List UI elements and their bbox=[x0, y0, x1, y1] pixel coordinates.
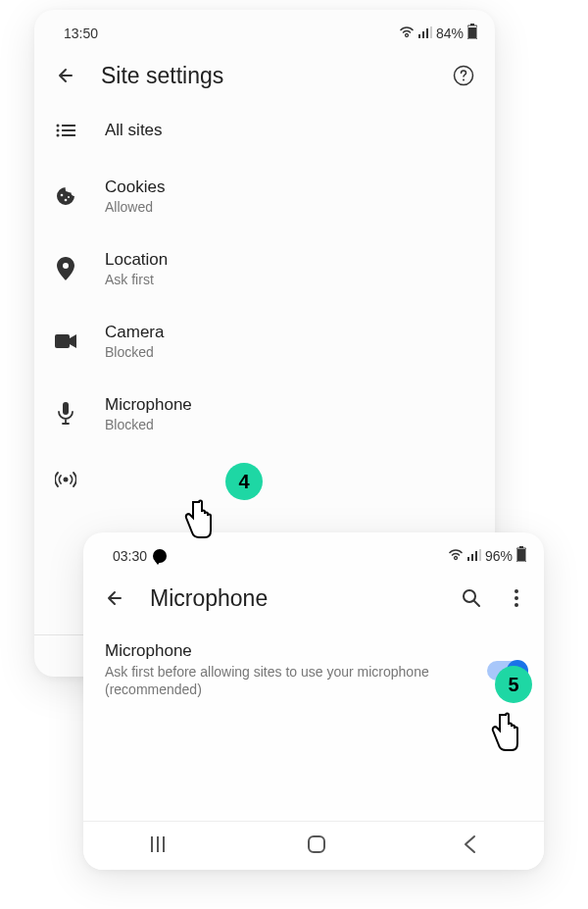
list-icon bbox=[54, 119, 77, 142]
svg-rect-34 bbox=[163, 836, 165, 852]
microphone-toggle-setting: Microphone Ask first before allowing sit… bbox=[83, 624, 544, 716]
home-button[interactable] bbox=[307, 834, 326, 858]
wifi-icon bbox=[448, 548, 464, 564]
setting-all-sites[interactable]: All sites bbox=[34, 101, 495, 160]
setting-item-partial[interactable] bbox=[34, 450, 495, 509]
more-button[interactable] bbox=[507, 584, 526, 612]
status-time: 13:50 bbox=[64, 25, 98, 41]
svg-rect-27 bbox=[517, 549, 525, 561]
setting-label: Microphone bbox=[105, 395, 192, 415]
setting-label: Cookies bbox=[105, 177, 165, 197]
app-bar: Site settings bbox=[34, 50, 495, 101]
svg-rect-23 bbox=[475, 551, 477, 561]
setting-label: All sites bbox=[105, 121, 163, 140]
help-button[interactable] bbox=[450, 62, 477, 89]
svg-point-30 bbox=[514, 596, 518, 600]
svg-rect-10 bbox=[62, 125, 75, 126]
back-button[interactable] bbox=[52, 62, 79, 89]
battery-percent: 84% bbox=[436, 25, 464, 41]
setting-microphone[interactable]: Microphone Blocked bbox=[34, 378, 495, 450]
setting-cookies[interactable]: Cookies Allowed bbox=[34, 160, 495, 232]
svg-point-17 bbox=[68, 196, 70, 198]
status-bar: 03:30 96% bbox=[83, 532, 544, 573]
cookie-icon bbox=[54, 184, 77, 208]
search-button[interactable] bbox=[458, 584, 485, 612]
setting-camera[interactable]: Camera Blocked bbox=[34, 305, 495, 378]
camera-icon bbox=[54, 329, 77, 353]
back-button[interactable] bbox=[101, 584, 128, 612]
messenger-icon bbox=[153, 549, 167, 563]
svg-rect-1 bbox=[422, 31, 424, 38]
recent-apps-button[interactable] bbox=[151, 836, 171, 856]
svg-rect-33 bbox=[157, 836, 159, 852]
android-nav-bar bbox=[83, 821, 544, 870]
mic-setting-title: Microphone bbox=[105, 641, 471, 661]
sensor-icon bbox=[54, 468, 77, 491]
svg-rect-18 bbox=[55, 334, 70, 348]
pointer-hand-icon bbox=[488, 711, 521, 756]
mic-setting-desc: Ask first before allowing sites to use y… bbox=[105, 663, 471, 698]
step-badge-4: 4 bbox=[225, 463, 263, 500]
location-icon bbox=[54, 257, 77, 280]
svg-point-16 bbox=[65, 199, 68, 202]
setting-status: Ask first bbox=[105, 272, 168, 287]
setting-status: Allowed bbox=[105, 199, 165, 215]
battery-icon bbox=[516, 546, 526, 565]
status-time: 03:30 bbox=[113, 548, 147, 564]
setting-location[interactable]: Location Ask first bbox=[34, 232, 495, 305]
svg-rect-35 bbox=[309, 836, 324, 852]
setting-status: Blocked bbox=[105, 417, 192, 432]
svg-rect-14 bbox=[62, 134, 75, 136]
svg-rect-32 bbox=[151, 836, 153, 852]
svg-rect-3 bbox=[430, 26, 432, 38]
page-title: Microphone bbox=[150, 585, 436, 612]
setting-label: Location bbox=[105, 250, 168, 270]
signal-icon bbox=[467, 548, 481, 564]
microphone-card: 03:30 96% Microphone Mi bbox=[83, 532, 544, 870]
pointer-hand-icon bbox=[181, 498, 215, 543]
svg-rect-0 bbox=[418, 34, 420, 38]
wifi-icon bbox=[399, 25, 415, 41]
nav-back-button[interactable] bbox=[463, 834, 476, 858]
svg-point-11 bbox=[57, 129, 60, 132]
status-bar: 13:50 84% bbox=[34, 10, 495, 50]
page-title: Site settings bbox=[101, 63, 428, 89]
app-bar: Microphone bbox=[83, 573, 544, 624]
svg-rect-24 bbox=[479, 549, 481, 561]
svg-rect-19 bbox=[63, 402, 69, 415]
step-badge-5: 5 bbox=[495, 666, 532, 703]
setting-status: Blocked bbox=[105, 344, 164, 360]
svg-rect-2 bbox=[426, 28, 428, 38]
svg-point-15 bbox=[61, 194, 64, 197]
svg-rect-6 bbox=[468, 27, 476, 38]
setting-label: Camera bbox=[105, 323, 164, 342]
svg-point-29 bbox=[514, 589, 518, 593]
svg-rect-12 bbox=[62, 129, 75, 131]
microphone-icon bbox=[54, 402, 77, 426]
svg-rect-21 bbox=[467, 557, 469, 561]
svg-point-9 bbox=[57, 125, 60, 127]
svg-point-31 bbox=[514, 603, 518, 607]
battery-percent: 96% bbox=[485, 548, 513, 564]
svg-point-13 bbox=[57, 134, 60, 137]
battery-icon bbox=[467, 24, 477, 42]
svg-point-8 bbox=[463, 79, 465, 81]
svg-point-28 bbox=[464, 590, 475, 602]
signal-icon bbox=[418, 25, 432, 41]
svg-rect-22 bbox=[471, 554, 473, 561]
svg-point-20 bbox=[64, 478, 69, 482]
